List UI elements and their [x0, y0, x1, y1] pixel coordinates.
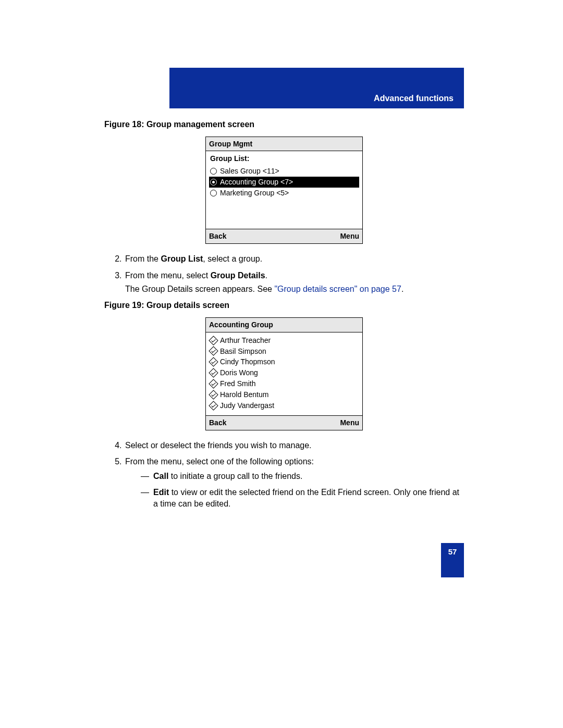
group-item-label: Marketing Group <5> [220, 188, 289, 198]
text: From the [125, 254, 161, 263]
member-name: Basil Simpson [220, 347, 266, 356]
member-row[interactable]: Arthur Treacher [209, 335, 359, 346]
steps-list-a: From the Group List, select a group. Fro… [104, 253, 464, 294]
figure-19-caption: Figure 19: Group details screen [104, 300, 464, 311]
step-3-note: The Group Details screen appears. See "G… [125, 283, 464, 295]
option-list: Call to initiate a group call to the fri… [125, 471, 464, 510]
member-row[interactable]: Doris Wong [209, 367, 359, 378]
checkbox-icon [209, 347, 218, 356]
group-item-label: Accounting Group <7> [220, 177, 293, 187]
text: The Group Details screen appears. See [125, 285, 274, 293]
softkey-menu[interactable]: Menu [340, 231, 359, 241]
text: . [265, 271, 267, 280]
softkey-back[interactable]: Back [209, 231, 226, 241]
radio-icon [210, 168, 217, 175]
screen-body: Group List: Sales Group <11> Accounting … [206, 151, 362, 229]
member-name: Arthur Treacher [220, 336, 271, 346]
step-4: Select or deselect the friends you wish … [124, 440, 464, 451]
text: , select a group. [203, 254, 262, 263]
group-item-selected[interactable]: Accounting Group <7> [209, 177, 359, 188]
screen-title: Accounting Group [206, 318, 362, 332]
member-name: Harold Bentum [220, 390, 268, 400]
bold-text: Group List [161, 254, 203, 263]
steps-list-b: Select or deselect the friends you wish … [104, 440, 464, 510]
checkbox-icon [209, 390, 218, 399]
member-row[interactable]: Harold Bentum [209, 389, 359, 400]
bold-text: Call [153, 472, 168, 480]
member-name: Cindy Thopmson [220, 357, 275, 367]
screen-body: Arthur Treacher Basil Simpson Cindy Thop… [206, 332, 362, 415]
radio-icon [210, 190, 217, 196]
bold-text: Edit [153, 488, 169, 497]
member-row[interactable]: Fred Smith [209, 378, 359, 389]
checkbox-icon [209, 401, 218, 410]
checkbox-icon [209, 368, 218, 378]
text: From the menu, select one of the followi… [125, 457, 314, 466]
checkbox-icon [209, 357, 218, 367]
option-edit: Edit to view or edit the selected friend… [141, 487, 464, 509]
text: to view or edit the selected friend on t… [153, 488, 459, 508]
member-row[interactable]: Cindy Thopmson [209, 356, 359, 367]
softkey-back[interactable]: Back [209, 418, 226, 428]
text: . [401, 285, 403, 293]
radio-icon-selected [210, 179, 217, 186]
option-call: Call to initiate a group call to the fri… [141, 471, 464, 482]
page-number: 57 [441, 543, 464, 577]
section-header: Advanced functions [169, 68, 464, 108]
text: to initiate a group call to the friends. [168, 472, 302, 480]
group-item[interactable]: Sales Group <11> [209, 166, 359, 177]
member-row[interactable]: Basil Simpson [209, 346, 359, 357]
checkbox-icon [209, 336, 218, 345]
figure-18-caption: Figure 18: Group management screen [104, 119, 464, 130]
member-name: Doris Wong [220, 368, 258, 378]
step-5: From the menu, select one of the followi… [124, 456, 464, 509]
softkey-bar: Back Menu [206, 229, 362, 243]
section-title: Advanced functions [374, 94, 454, 103]
page: Advanced functions Figure 18: Group mana… [0, 0, 563, 598]
checkbox-icon [209, 379, 218, 388]
screen-title: Group Mgmt [206, 137, 362, 152]
page-number-text: 57 [448, 547, 457, 556]
text: From the menu, select [125, 271, 211, 280]
group-list-label: Group List: [210, 154, 359, 164]
group-item[interactable]: Marketing Group <5> [209, 188, 359, 199]
group-item-label: Sales Group <11> [220, 166, 279, 176]
step-3: From the menu, select Group Details. The… [124, 270, 464, 294]
member-name: Fred Smith [220, 379, 255, 389]
cross-ref-link[interactable]: "Group details screen" on page 57 [274, 285, 401, 293]
group-mgmt-screen: Group Mgmt Group List: Sales Group <11> … [205, 137, 363, 244]
group-details-screen: Accounting Group Arthur Treacher Basil S… [205, 317, 363, 430]
bold-text: Group Details [211, 271, 265, 280]
softkey-bar: Back Menu [206, 415, 362, 430]
softkey-menu[interactable]: Menu [340, 418, 359, 428]
member-name: Judy Vandergast [220, 401, 274, 411]
member-row[interactable]: Judy Vandergast [209, 400, 359, 411]
step-2: From the Group List, select a group. [124, 253, 464, 265]
